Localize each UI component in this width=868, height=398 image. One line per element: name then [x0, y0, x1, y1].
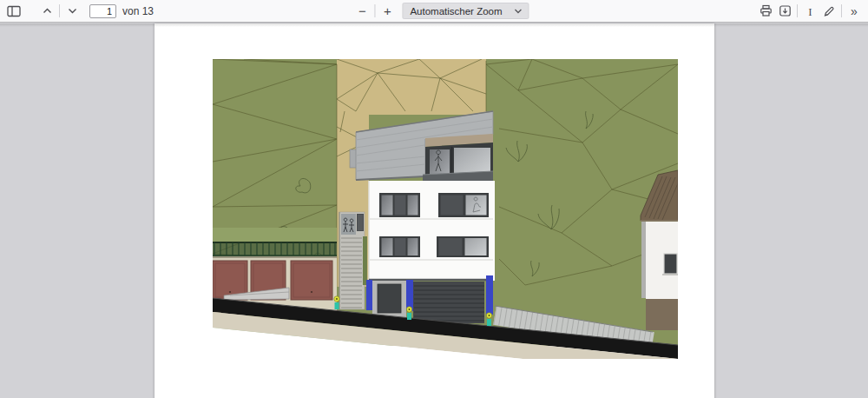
- hedge-strip: [363, 236, 367, 285]
- previous-page-button[interactable]: [37, 2, 56, 21]
- download-icon: [779, 4, 792, 17]
- elevation-drawing: [213, 59, 678, 359]
- main-garage-door: [413, 282, 484, 323]
- separator: [797, 4, 798, 17]
- column-blue-right: [486, 275, 493, 315]
- chevron-down-icon: [67, 5, 78, 17]
- svg-text:I: I: [808, 5, 812, 17]
- garage-door-3: [291, 261, 332, 300]
- neighbor-window: [664, 254, 677, 274]
- printer-icon: [760, 4, 773, 17]
- pdf-viewport[interactable]: [0, 23, 868, 398]
- separator: [841, 4, 842, 17]
- text-cursor-icon: I: [805, 5, 816, 17]
- zoom-in-button[interactable]: +: [378, 2, 397, 21]
- minus-icon: −: [358, 4, 366, 17]
- save-button[interactable]: [775, 2, 794, 21]
- zoom-out-button[interactable]: −: [352, 2, 372, 21]
- print-button[interactable]: [756, 2, 775, 21]
- draw-annotation-button[interactable]: [819, 2, 838, 21]
- toolbar-right-group: I »: [756, 0, 864, 22]
- column-blue-left: [366, 280, 372, 310]
- main-building: [350, 111, 495, 323]
- lawn-strip: [213, 228, 337, 242]
- page-count-label: von 13: [122, 5, 154, 17]
- stair-tower: [339, 212, 367, 309]
- entry-door: [378, 284, 401, 313]
- page-number-input[interactable]: [89, 4, 116, 18]
- plus-icon: +: [384, 4, 391, 17]
- text-annotation-button[interactable]: I: [800, 2, 819, 21]
- elevation-drawing-container: [213, 59, 678, 359]
- pdf-toolbar: von 13 − + Automatischer Zoom: [0, 0, 868, 23]
- pen-icon: [823, 5, 835, 17]
- toolbar-left-group: von 13: [4, 0, 154, 22]
- sidebar-toggle-button[interactable]: [4, 2, 23, 21]
- toolbar-zoom-group: − + Automatischer Zoom: [352, 0, 529, 22]
- double-chevron-icon: »: [851, 4, 858, 18]
- separator: [59, 4, 60, 17]
- sidebar-toggle-icon: [7, 5, 21, 17]
- chevron-down-icon: [515, 9, 523, 14]
- chevron-up-icon: [42, 5, 53, 17]
- zoom-select-label: Automatischer Zoom: [410, 6, 502, 17]
- more-tools-button[interactable]: »: [845, 2, 864, 21]
- next-page-button[interactable]: [62, 2, 82, 21]
- neighbor-base: [646, 299, 678, 330]
- pdf-page[interactable]: [155, 23, 714, 398]
- zoom-select[interactable]: Automatischer Zoom: [402, 3, 529, 19]
- separator: [374, 4, 375, 17]
